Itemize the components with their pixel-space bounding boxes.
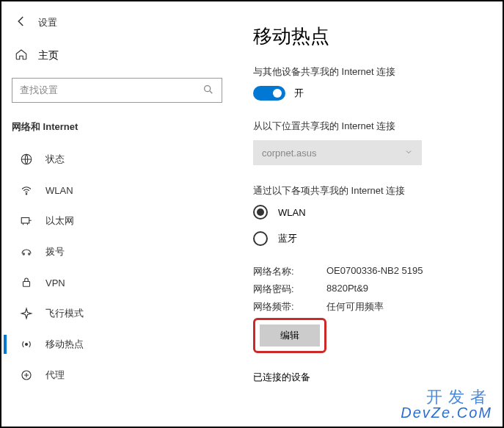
net-pass-value: 8820Pt&9 [326,283,482,296]
share-label: 与其他设备共享我的 Internet 连接 [253,65,482,79]
radio-icon [253,231,268,246]
sidebar-item-label: 主页 [38,49,59,62]
sidebar-item-label: 状态 [45,153,65,166]
sidebar-item-label: VPN [45,278,65,289]
dialup-icon [19,245,34,258]
share-from-dropdown[interactable]: corpnet.asus [253,140,422,165]
hotspot-icon [19,338,34,351]
sidebar-item-home[interactable]: 主页 [1,37,233,73]
proxy-icon [19,369,34,382]
search-icon [202,84,214,98]
sidebar-item-label: 移动热点 [45,338,84,351]
svg-rect-3 [21,218,29,224]
dropdown-value: corpnet.asus [262,148,316,159]
connected-devices-label: 已连接的设备 [253,371,482,384]
home-icon [15,48,28,63]
section-header: 网络和 Internet [1,116,233,144]
svg-rect-6 [23,282,30,287]
svg-point-5 [29,253,30,255]
sidebar-item-proxy[interactable]: 代理 [1,360,233,391]
sidebar-item-label: 飞行模式 [45,307,84,320]
svg-point-7 [26,344,28,346]
sidebar-item-airplane[interactable]: 飞行模式 [1,298,233,329]
net-pass-key: 网络密码: [253,283,326,296]
sidebar-item-label: 代理 [45,369,65,382]
sidebar-item-wlan[interactable]: WLAN [1,175,233,206]
ethernet-icon [19,214,34,228]
wifi-icon [19,184,34,197]
airplane-icon [19,307,34,320]
radio-label: 蓝牙 [278,232,297,245]
page-title: 移动热点 [253,23,482,49]
radio-wlan[interactable]: WLAN [253,205,482,220]
radio-bluetooth[interactable]: 蓝牙 [253,231,482,246]
back-arrow-icon[interactable] [15,15,28,30]
share-from-label: 从以下位置共享我的 Internet 连接 [253,120,482,133]
net-band-key: 网络频带: [253,300,326,313]
sidebar-item-label: WLAN [45,185,73,196]
globe-icon [19,153,34,166]
svg-point-0 [205,85,211,91]
search-placeholder: 查找设置 [20,84,202,97]
sidebar-item-dialup[interactable]: 拨号 [1,236,233,267]
window-title: 设置 [38,16,57,29]
sidebar-item-vpn[interactable]: VPN [1,267,233,298]
svg-point-2 [26,194,27,195]
net-name-key: 网络名称: [253,265,326,278]
sidebar-item-status[interactable]: 状态 [1,144,233,175]
sidebar-item-label: 拨号 [45,245,65,258]
toggle-state-label: 开 [294,87,304,100]
chevron-down-icon [404,148,413,159]
edit-button-highlight: 编辑 [253,318,326,353]
net-band-value: 任何可用频率 [326,300,482,313]
radio-icon [253,205,268,220]
edit-button[interactable]: 编辑 [260,324,320,347]
sidebar-item-ethernet[interactable]: 以太网 [1,206,233,236]
radio-label: WLAN [278,207,306,218]
sidebar-item-label: 以太网 [45,214,74,228]
svg-point-4 [23,253,24,255]
vpn-icon [19,276,34,289]
sidebar-item-hotspot[interactable]: 移动热点 [1,329,233,360]
net-name-value: OE0700336-NB2 5195 [326,265,482,278]
search-input[interactable]: 查找设置 [12,78,222,103]
share-over-label: 通过以下各项共享我的 Internet 连接 [253,184,482,197]
share-toggle[interactable] [253,86,285,101]
